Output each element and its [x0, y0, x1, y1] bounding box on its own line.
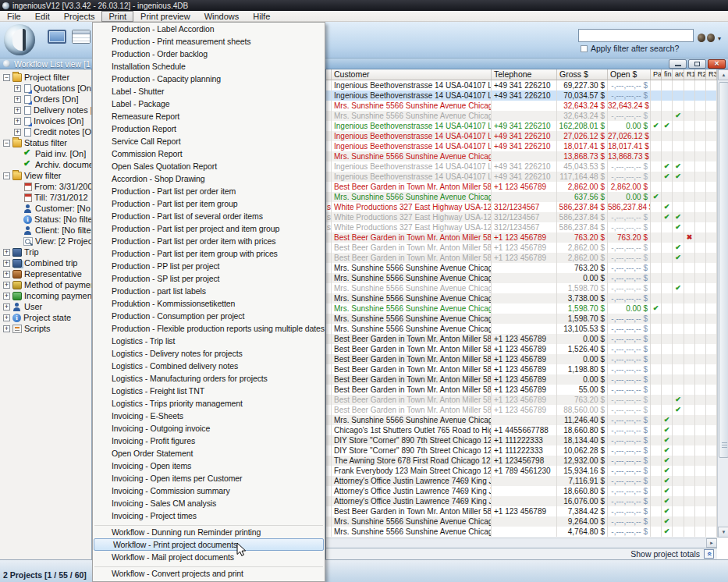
print-menu-item[interactable]: Workflow - Dunning run Reminder printing	[93, 526, 325, 538]
print-menu-item[interactable]: Workflow - Convert projects and print	[93, 567, 325, 580]
print-menu-item[interactable]: Logistics - Freight list TNT	[93, 385, 325, 397]
table-row[interactable]: Best Beer Garden in Town Mr. Anton Mille…	[326, 385, 717, 395]
col-r1[interactable]: R1	[684, 69, 695, 80]
sidebar-item-archiv-documents-on[interactable]: Archiv. documents [On]	[0, 159, 91, 170]
table-row[interactable]: Best Beer Garden in Town Mr. Anton Mille…	[326, 344, 717, 354]
sidebar-item-representative[interactable]: +Representative	[0, 268, 91, 279]
print-menu-item[interactable]: Installation Schedule	[93, 60, 325, 73]
print-menu-item[interactable]: Workflow - Print project documents	[94, 538, 324, 551]
tree-expander-icon[interactable]: −	[3, 172, 10, 179]
table-row[interactable]: Mrs. Sunshine 5566 Sunshine Avenue Chica…	[326, 293, 717, 303]
menubar-item-print[interactable]: Print	[101, 11, 133, 22]
tree-expander-icon[interactable]: −	[3, 140, 10, 147]
print-menu-item[interactable]: Production - Part list per project and i…	[93, 222, 325, 235]
tree-expander-icon[interactable]: +	[14, 129, 21, 136]
table-row[interactable]: Frank Everybody 123 Main Street Chicago …	[326, 466, 717, 476]
print-menu-item[interactable]: Logistics - Trip list	[93, 335, 325, 347]
menubar-item-file[interactable]: File	[0, 11, 28, 22]
table-row[interactable]: Ingenious Beethovenstrasse 14 USA-04107 …	[326, 80, 717, 90]
print-menu-item[interactable]: Service Call Report	[93, 135, 325, 147]
table-row[interactable]: Mrs. Sunshine 5566 Sunshine Avenue Chica…	[326, 192, 717, 202]
print-menu-item[interactable]: Production - Part list per order item wi…	[93, 235, 325, 247]
binoculars-search-icon[interactable]	[698, 32, 715, 44]
col-fin[interactable]: fin.	[662, 69, 673, 80]
print-menu-item[interactable]: Invoicing - Outgoing invoice	[93, 422, 325, 435]
menubar-item-windows[interactable]: Windows	[197, 11, 247, 22]
table-row[interactable]: DIY Store "Corner" 890 7th Street Chicag…	[326, 445, 717, 456]
search-options-arrow-icon[interactable]: ▾	[718, 35, 721, 42]
table-row[interactable]: Mrs. Sunshine 5566 Sunshine Avenue Chica…	[326, 273, 717, 283]
print-menu-item[interactable]: Produktion - Kommissionsetiketten	[93, 297, 325, 310]
print-menu-item[interactable]: Logistics - Delivery notes for projects	[93, 347, 325, 360]
sidebar-item-method-of-payment[interactable]: +Method of payment	[0, 279, 91, 290]
search-input[interactable]	[578, 29, 694, 42]
sidebar-item-from-3-31-2006[interactable]: From: 3/31/2006	[0, 181, 91, 192]
table-row[interactable]: Best Beer Garden in Town Mr. Anton Mille…	[326, 374, 717, 385]
col-r2[interactable]: R2	[695, 69, 706, 80]
print-menu-item[interactable]: Production - Flexible production reports…	[93, 322, 325, 335]
sidebar-item-delivery-notes-off[interactable]: +Delivery notes [Off]	[0, 105, 91, 115]
menubar-item-hilfe[interactable]: Hilfe	[246, 11, 277, 22]
print-menu-item[interactable]: Production - Part list per order item	[93, 185, 325, 197]
table-row[interactable]: Best Beer Garden in Town Mr. Anton Mille…	[326, 354, 717, 364]
table-icon[interactable]	[72, 30, 91, 44]
table-row[interactable]: Mrs. Sunshine 5566 Sunshine Avenue Chica…	[326, 283, 717, 293]
apply-filter-checkbox[interactable]	[581, 45, 588, 52]
sidebar-item-orders-on[interactable]: +Orders [On]	[0, 94, 91, 105]
col-gross[interactable]: Gross $	[557, 69, 608, 80]
vertical-scrollbar-thumb[interactable]	[719, 82, 728, 458]
print-menu-item[interactable]: Open Order Statement	[93, 447, 325, 460]
print-menu-item[interactable]: Invoicing - Commission summary	[93, 484, 325, 497]
menubar-item-edit[interactable]: Edit	[28, 11, 57, 22]
sidebar-item-quotations-on[interactable]: +Quotations [On]	[0, 83, 91, 94]
table-row[interactable]: Attorney's Office Justin Lawrence 7469 K…	[326, 476, 717, 486]
table-row[interactable]: Best Beer Garden in Town Mr. Anton Mille…	[326, 334, 717, 344]
table-row[interactable]: Mrs. Sunshine 5566 Sunshine Avenue Chica…	[326, 415, 717, 425]
print-menu-item[interactable]: Production - part list labels	[93, 285, 325, 297]
scroll-down-icon[interactable]: ▼	[718, 527, 728, 538]
print-menu-item[interactable]: Production - SP list per project	[93, 272, 325, 285]
print-menu-item[interactable]: Label - Package	[93, 98, 325, 110]
table-row[interactable]: Ingenious Beethovenstrasse 14 USA-04107 …	[326, 141, 717, 151]
table-row[interactable]: Mrs. Sunshine 5566 Sunshine Avenue Chica…	[326, 527, 717, 537]
table-row[interactable]: Best Beer Garden in Town Mr. Anton Mille…	[326, 243, 717, 253]
sidebar-item-trip[interactable]: +Trip	[0, 247, 91, 257]
print-menu-item[interactable]: Invoicing - Open items per Customer	[93, 472, 325, 484]
table-row[interactable]: Ingenious Beethovenstrasse 14 USA-04107 …	[326, 90, 717, 101]
scroll-right-icon[interactable]: ►	[706, 538, 717, 548]
table-row[interactable]: Ingenious Beethovenstrasse 14 USA-04107 …	[326, 121, 717, 131]
panel-icon[interactable]	[48, 30, 66, 44]
table-row[interactable]: Mrs. Sunshine 5566 Sunshine Avenue Chica…	[326, 324, 717, 334]
menubar-item-print-preview[interactable]: Print preview	[133, 11, 197, 22]
print-menu-item[interactable]: Remeasure Report	[93, 110, 325, 122]
print-menu-item[interactable]: Logistics - Trips priority management	[93, 397, 325, 410]
sidebar-item-status-filter[interactable]: −Status filter	[0, 137, 91, 148]
print-menu-item[interactable]: Production - Part list of several order …	[93, 210, 325, 222]
table-row[interactable]: Ingenious Beethovenstrasse 14 USA-04107 …	[326, 172, 717, 182]
tree-expander-icon[interactable]: −	[3, 74, 10, 81]
table-row[interactable]: Chicago's 1st Shutters Outlet 765 Road t…	[326, 425, 717, 435]
print-menu-item[interactable]: Workflow - Mail project documents	[93, 551, 325, 563]
sidebar-item-view-2-projects[interactable]: View: [2 Projects]	[0, 236, 91, 247]
vertical-scrollbar[interactable]: ▲ ▼	[717, 69, 728, 538]
print-menu-item[interactable]: Accordion - Shop Drawing	[93, 172, 325, 185]
col-paid[interactable]: Pai	[651, 69, 662, 80]
sidebar-item-customer-no-filter[interactable]: Customer: [No filter]	[0, 203, 91, 214]
tree-expander-icon[interactable]: +	[3, 249, 10, 256]
print-menu-item[interactable]: Invoicing - E-Sheets	[93, 410, 325, 422]
table-row[interactable]: Best Beer Garden in Town Mr. Anton Mille…	[326, 232, 717, 243]
sidebar-item-paid-inv-on[interactable]: Paid inv. [On]	[0, 148, 91, 159]
print-menu-item[interactable]: Logistics - Manufacturing orders for pro…	[93, 372, 325, 385]
print-menu-item[interactable]: Production Report	[93, 122, 325, 135]
print-menu-item[interactable]: Production - Part list per item group	[93, 197, 325, 210]
menubar-item-projects[interactable]: Projects	[57, 11, 102, 22]
print-menu-item[interactable]: Production - Print measurement sheets	[93, 35, 325, 48]
table-row[interactable]: Attorney's Office Justin Lawrence 7469 K…	[326, 486, 717, 496]
print-menu-item[interactable]: Production - Order backlog	[93, 48, 325, 60]
print-menu-item[interactable]: Logistics - Combined delivery notes	[93, 360, 325, 372]
table-row[interactable]: Best Beer Garden in Town Mr. Anton Mille…	[326, 364, 717, 374]
col-open[interactable]: Open $	[608, 69, 651, 80]
print-menu-item[interactable]: Invoicing - Open items	[93, 460, 325, 472]
table-row[interactable]: Mrs. Sunshine 5566 Sunshine Avenue Chica…	[326, 111, 717, 121]
table-row[interactable]: Best Beer Garden in Town Mr. Anton Mille…	[326, 395, 717, 405]
